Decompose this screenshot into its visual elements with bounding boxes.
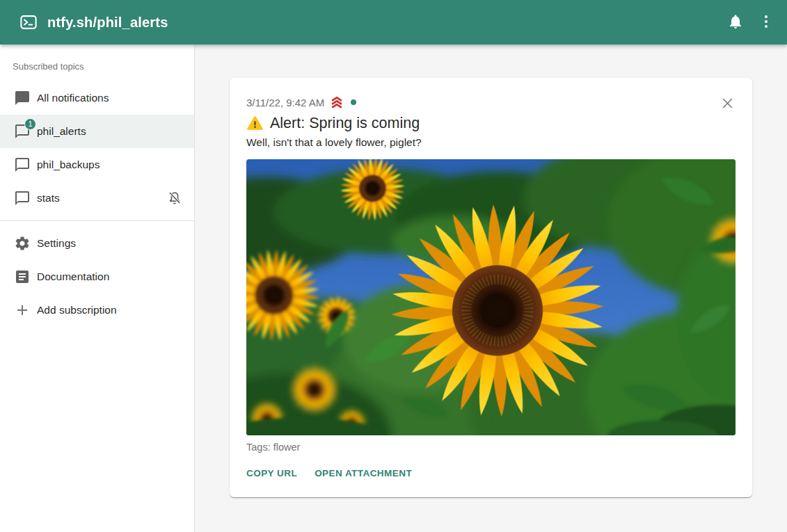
sidebar-item-label: phil_alerts xyxy=(37,125,86,138)
notification-title-row: Alert: Spring is coming xyxy=(246,115,736,132)
notification-tags: Tags: flower xyxy=(246,442,736,453)
main-content: 3/11/22, 9:42 AM A xyxy=(195,0,787,497)
chat-outline-icon xyxy=(14,190,31,207)
sidebar-item-settings[interactable]: Settings xyxy=(0,227,194,260)
kebab-menu-icon xyxy=(758,13,774,32)
plus-icon xyxy=(14,302,31,319)
gear-icon xyxy=(14,235,31,252)
sidebar-item-label: All notifications xyxy=(37,92,109,104)
notification-title: Alert: Spring is coming xyxy=(270,115,420,132)
copy-url-button[interactable]: COPY URL xyxy=(241,462,303,485)
notification-meta: 3/11/22, 9:42 AM xyxy=(246,95,736,110)
unread-count-badge: 1 xyxy=(24,118,36,130)
sidebar-item-documentation[interactable]: Documentation xyxy=(0,260,194,293)
sidebar: Subscribed topics All notifications 1 ph… xyxy=(0,45,195,532)
sidebar-item-phil-backups[interactable]: phil_backups xyxy=(0,148,194,182)
chat-outline-icon: 1 xyxy=(14,123,31,140)
app-bar: ntfy.sh/phil_alerts xyxy=(0,0,787,45)
sidebar-item-phil-alerts[interactable]: 1 phil_alerts xyxy=(0,115,194,148)
notification-timestamp: 3/11/22, 9:42 AM xyxy=(246,97,324,108)
unread-dot xyxy=(351,99,356,105)
sidebar-item-label: stats xyxy=(37,192,60,204)
sidebar-item-all-notifications[interactable]: All notifications xyxy=(0,81,194,115)
sidebar-item-label: Settings xyxy=(37,237,76,250)
notification-body: Well, isn't that a lovely flower, piglet… xyxy=(246,136,736,149)
notifications-muted-icon xyxy=(166,190,183,207)
sidebar-divider xyxy=(0,220,194,221)
sidebar-item-add-subscription[interactable]: Add subscription xyxy=(0,293,194,327)
chat-outline-icon xyxy=(14,156,31,173)
subscribed-topics-header: Subscribed topics xyxy=(0,49,194,81)
notification-card: 3/11/22, 9:42 AM A xyxy=(230,78,752,497)
sidebar-item-label: phil_backups xyxy=(37,159,100,171)
sidebar-item-stats[interactable]: stats xyxy=(0,182,194,215)
warning-emoji-icon xyxy=(246,115,264,132)
chat-filled-icon xyxy=(14,90,31,106)
page-title: ntfy.sh/phil_alerts xyxy=(47,15,168,31)
article-icon xyxy=(14,268,31,285)
notifications-bell-button[interactable] xyxy=(720,7,751,38)
notification-actions: COPY URL OPEN ATTACHMENT xyxy=(241,462,736,485)
attachment-image-sunflowers[interactable] xyxy=(246,159,736,435)
close-notification-button[interactable] xyxy=(713,90,741,118)
bell-icon xyxy=(727,13,744,32)
ntfy-terminal-logo-icon xyxy=(19,13,38,31)
sidebar-item-label: Add subscription xyxy=(37,304,117,316)
priority-max-icon xyxy=(329,95,344,110)
overflow-menu-button[interactable] xyxy=(751,7,781,38)
open-attachment-button[interactable]: OPEN ATTACHMENT xyxy=(309,462,418,485)
sidebar-item-label: Documentation xyxy=(37,271,109,283)
close-icon xyxy=(720,96,735,113)
